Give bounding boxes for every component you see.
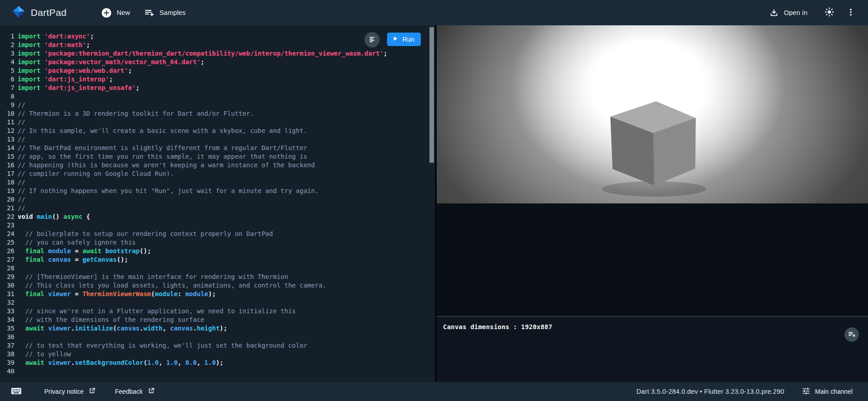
code-token: import xyxy=(18,41,41,48)
code-token: , xyxy=(197,359,204,366)
new-button[interactable]: New xyxy=(94,4,137,22)
code-token: ); xyxy=(208,290,216,297)
code-line[interactable]: 39 await viewer.setBackgroundColor(1.0, … xyxy=(0,359,435,367)
line-number: 29 xyxy=(3,273,14,281)
code-line[interactable]: 17// compiler running on Google Cloud Ru… xyxy=(0,170,435,178)
line-number: 37 xyxy=(3,341,14,350)
code-editor[interactable]: 1import 'dart:async';2import 'dart:math'… xyxy=(0,32,435,376)
code-line[interactable]: 9// xyxy=(0,101,435,109)
code-token: import xyxy=(18,58,41,66)
privacy-notice-link[interactable]: Privacy notice xyxy=(39,384,101,399)
code-line[interactable]: 5import 'package:web/web.dart'; xyxy=(0,66,435,75)
code-token: 'dart:async' xyxy=(44,33,90,40)
line-number: 18 xyxy=(3,178,14,187)
line-number: 6 xyxy=(3,75,14,84)
code-token xyxy=(101,247,105,255)
code-line[interactable]: 14// The DartPad environment is slightly… xyxy=(0,144,435,152)
code-line[interactable]: 13// xyxy=(0,135,435,144)
keyboard-shortcuts-button[interactable] xyxy=(7,383,25,401)
code-line[interactable]: 29 // [ThermionViewer] is the main inter… xyxy=(0,273,435,281)
code-line[interactable]: 6import 'dart:js_interop'; xyxy=(0,75,435,84)
line-number: 4 xyxy=(3,58,14,66)
code-line[interactable]: 35 await viewer.initialize(canvas.width,… xyxy=(0,324,435,333)
code-line[interactable]: 12// In this sample, we'll create a basi… xyxy=(0,127,435,135)
keyboard-icon xyxy=(11,387,22,397)
console-output-line: Canvas dimensions : 868x401 xyxy=(437,317,868,330)
line-number: 32 xyxy=(3,298,14,307)
code-token: 'dart:js_interop_unsafe' xyxy=(44,84,136,91)
code-token: = xyxy=(71,256,82,263)
code-line[interactable]: 34 // with the dimensions of the renderi… xyxy=(0,316,435,324)
code-token: viewer xyxy=(48,359,71,366)
line-number: 39 xyxy=(3,359,14,367)
code-line[interactable]: 25 // you can safely ignore this xyxy=(0,238,435,247)
line-number: 16 xyxy=(3,161,14,170)
code-line[interactable]: 18// xyxy=(0,178,435,187)
line-number: 34 xyxy=(3,316,14,324)
code-line[interactable]: 3import 'package:thermion_dart/thermion_… xyxy=(0,49,435,58)
code-line[interactable]: 11// xyxy=(0,118,435,127)
dartpad-app: DartPad New Samples xyxy=(0,0,868,401)
code-line[interactable]: 15// app, so the first time you run this… xyxy=(0,152,435,161)
run-button-label: Run xyxy=(402,36,415,43)
open-in-new-icon xyxy=(88,387,96,396)
code-line[interactable]: 10// Thermion is a 3D rendering toolkit … xyxy=(0,109,435,118)
code-line[interactable]: 22void main() async { xyxy=(0,212,435,221)
render-canvas[interactable] xyxy=(437,25,868,203)
code-line[interactable]: 32 xyxy=(0,298,435,307)
code-line[interactable]: 37 // to test that everything is working… xyxy=(0,341,435,350)
code-line[interactable]: 38 // to yellow xyxy=(0,350,435,359)
code-line[interactable]: 24 // boilerplate to setup our rendering… xyxy=(0,230,435,238)
code-token: ); xyxy=(220,325,227,332)
code-line[interactable]: 31 final viewer = ThermionViewerWasm(mod… xyxy=(0,290,435,298)
code-token: // This class lets you load assets, ligh… xyxy=(18,282,326,289)
code-line[interactable]: 23 xyxy=(0,221,435,230)
code-line[interactable]: 19// If nothing happens when you hit "Ru… xyxy=(0,187,435,195)
code-line[interactable]: 26 final module = await bootstrap(); xyxy=(0,247,435,255)
samples-button[interactable]: Samples xyxy=(137,4,193,22)
code-line[interactable]: 27 final canvas = getCanvas(); xyxy=(0,255,435,264)
dart-logo-icon xyxy=(12,5,25,20)
code-line[interactable]: 36 xyxy=(0,333,435,341)
code-token: // If nothing happens when you hit "Run"… xyxy=(18,187,319,194)
code-line[interactable]: 20// xyxy=(0,195,435,204)
code-token: initialize xyxy=(75,325,113,332)
code-token: final xyxy=(25,247,44,255)
line-number: 36 xyxy=(3,333,14,341)
code-line[interactable]: 40 xyxy=(0,367,435,376)
line-number: 21 xyxy=(3,204,14,212)
format-button[interactable] xyxy=(364,32,380,47)
code-line[interactable]: 7import 'dart:js_interop_unsafe'; xyxy=(0,84,435,92)
code-editor-panel[interactable]: 1import 'dart:async';2import 'dart:math'… xyxy=(0,25,435,382)
code-token: // you can safely ignore this xyxy=(18,239,136,246)
brand: DartPad xyxy=(12,5,66,20)
code-token xyxy=(41,50,44,57)
code-line[interactable]: 4import 'package:vector_math/vector_math… xyxy=(0,58,435,66)
channel-selector-button[interactable]: Main channel xyxy=(796,384,858,400)
code-token: 1.0 xyxy=(204,359,216,366)
line-number: 27 xyxy=(3,255,14,264)
playlist-add-icon xyxy=(144,7,155,18)
feedback-link[interactable]: Feedback xyxy=(109,384,160,399)
code-token: { xyxy=(86,213,90,220)
clear-console-button[interactable] xyxy=(844,327,859,342)
code-token: viewer xyxy=(48,325,71,332)
editor-scrollbar-thumb[interactable] xyxy=(429,27,434,163)
code-token: await xyxy=(82,247,101,255)
code-line[interactable]: 8 xyxy=(0,92,435,101)
code-line[interactable]: 33 // since we're not in a Flutter appli… xyxy=(0,307,435,316)
theme-toggle-button[interactable] xyxy=(821,3,838,22)
line-number: 23 xyxy=(3,221,14,230)
code-line[interactable]: 21// xyxy=(0,204,435,212)
line-number: 11 xyxy=(3,118,14,127)
code-line[interactable]: 28 xyxy=(0,264,435,273)
code-line[interactable]: 30 // This class lets you load assets, l… xyxy=(0,281,435,290)
run-button[interactable]: Run xyxy=(387,33,421,46)
code-token: ); xyxy=(216,359,223,366)
open-in-button[interactable]: Open in xyxy=(762,4,814,21)
console-panel: Canvas dimensions : 868x401 xyxy=(437,316,868,382)
code-line[interactable]: 16// happening (this is because we aren'… xyxy=(0,161,435,170)
overflow-menu-button[interactable] xyxy=(843,4,859,22)
code-token: // Thermion is a 3D rendering toolkit fo… xyxy=(18,110,254,117)
code-token xyxy=(41,75,44,83)
